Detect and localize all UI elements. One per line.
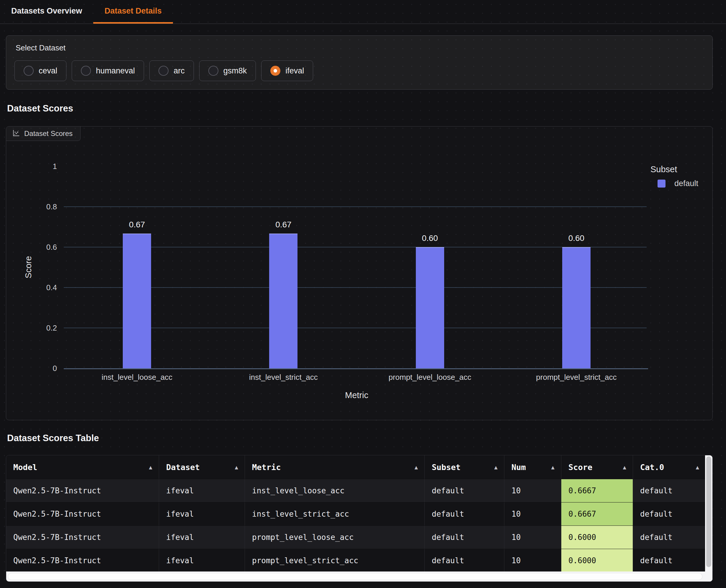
y-axis-tick-label: 0.4: [6, 283, 57, 292]
bar-chart: 00.20.40.60.810.67inst_level_loose_acc0.…: [6, 141, 712, 420]
dataset-scores-heading: Dataset Scores: [7, 103, 73, 114]
y-axis-tick-label: 1: [6, 162, 57, 171]
x-axis-title: Metric: [298, 391, 416, 400]
subset-cell: default: [425, 503, 504, 525]
y-gridline: [64, 328, 647, 328]
column-header-score[interactable]: Score▲: [561, 455, 633, 479]
model-cell: Qwen2.5-7B-Instruct: [6, 549, 159, 572]
sort-arrow-icon[interactable]: ▲: [235, 464, 238, 470]
dataset-option-humaneval[interactable]: humaneval: [72, 60, 144, 81]
dataset-option-label: ceval: [39, 66, 57, 76]
radio-icon[interactable]: [270, 66, 280, 76]
bar-value-label: 0.67: [260, 220, 307, 229]
column-header-dataset[interactable]: Dataset▲: [159, 455, 245, 479]
y-axis-title: Score: [24, 256, 33, 278]
column-header-metric[interactable]: Metric▲: [245, 455, 425, 479]
chart-bar: [123, 234, 151, 368]
column-header-num[interactable]: Num▲: [504, 455, 561, 479]
legend-entry-label: default: [674, 179, 698, 188]
legend-entry-default[interactable]: default: [658, 179, 698, 188]
horizontal-scrollbar[interactable]: [6, 571, 712, 582]
x-axis-line: [64, 368, 648, 369]
chart-bar: [269, 234, 298, 368]
bar-value-label: 0.60: [406, 234, 453, 243]
column-header-label: Model: [13, 463, 37, 472]
dataset-option-ifeval[interactable]: ifeval: [261, 60, 313, 81]
chart-bar: [416, 247, 444, 368]
top-tab-bar: Datasets Overview Dataset Details: [0, 0, 726, 24]
dataset-option-label: gsm8k: [223, 66, 247, 76]
num-cell: 10: [504, 526, 561, 549]
score-cell: 0.6000: [561, 526, 633, 549]
dataset-cell: ifeval: [159, 479, 245, 502]
score-cell: 0.6000: [561, 549, 633, 572]
radio-icon[interactable]: [208, 66, 218, 76]
y-axis-tick-label: 0: [6, 364, 57, 373]
dataset-radio-group: cevalhumanevalarcgsm8kifeval: [15, 60, 313, 81]
chart-panel-tab[interactable]: Dataset Scores: [6, 126, 81, 141]
subset-cell: default: [425, 526, 504, 549]
column-header-subset[interactable]: Subset▲: [425, 455, 504, 479]
column-header-label: Num: [511, 463, 526, 472]
vertical-scrollbar-thumb[interactable]: [706, 457, 711, 567]
model-cell: Qwen2.5-7B-Instruct: [6, 503, 159, 525]
cat0-cell: default: [633, 549, 706, 572]
dataset-cell: ifeval: [159, 503, 245, 525]
radio-icon[interactable]: [159, 66, 168, 76]
chart-panel-tab-label: Dataset Scores: [24, 129, 73, 138]
dataset-option-arc[interactable]: arc: [149, 60, 194, 81]
bar-value-label: 0.67: [113, 220, 161, 229]
sort-arrow-icon[interactable]: ▲: [623, 464, 626, 470]
tab-dataset-details[interactable]: Dataset Details: [93, 0, 173, 24]
column-header-label: Cat.0: [640, 463, 664, 472]
cat0-cell: default: [633, 479, 706, 502]
subset-cell: default: [425, 549, 504, 572]
metric-cell: inst_level_strict_acc: [245, 503, 425, 525]
cat0-cell: default: [633, 503, 706, 525]
table-body: Qwen2.5-7B-Instructifevalinst_level_loos…: [6, 479, 706, 572]
table-header-row: Model▲Dataset▲Metric▲Subset▲Num▲Score▲Ca…: [6, 455, 706, 479]
cat0-cell: default: [633, 526, 706, 549]
table-row[interactable]: Qwen2.5-7B-Instructifevalinst_level_loos…: [6, 479, 706, 502]
radio-icon[interactable]: [81, 66, 91, 76]
model-cell: Qwen2.5-7B-Instruct: [6, 526, 159, 549]
dataset-scores-table-heading: Dataset Scores Table: [7, 433, 99, 443]
sort-arrow-icon[interactable]: ▲: [551, 464, 554, 470]
metric-cell: prompt_level_strict_acc: [245, 549, 425, 572]
y-axis-tick-label: 0.8: [6, 202, 57, 211]
radio-icon[interactable]: [24, 66, 34, 76]
x-axis-tick-label: inst_level_strict_acc: [214, 373, 353, 382]
x-axis-tick-label: prompt_level_loose_acc: [361, 373, 499, 382]
num-cell: 10: [504, 503, 561, 525]
chart-bar: [562, 247, 590, 368]
score-cell: 0.6667: [561, 479, 633, 502]
sort-arrow-icon[interactable]: ▲: [494, 464, 498, 470]
select-dataset-panel: Select Dataset cevalhumanevalarcgsm8kife…: [6, 35, 713, 90]
dataset-option-ceval[interactable]: ceval: [15, 60, 66, 81]
sort-arrow-icon[interactable]: ▲: [696, 464, 699, 470]
column-header-label: Subset: [432, 463, 461, 472]
bar-value-label: 0.60: [553, 234, 600, 243]
model-cell: Qwen2.5-7B-Instruct: [6, 479, 159, 502]
sort-arrow-icon[interactable]: ▲: [149, 464, 152, 470]
chart-legend: Subsetdefault: [650, 165, 698, 188]
table-row[interactable]: Qwen2.5-7B-Instructifevalinst_level_stri…: [6, 502, 706, 525]
score-cell: 0.6667: [561, 503, 633, 525]
dataset-scores-table: Model▲Dataset▲Metric▲Subset▲Num▲Score▲Ca…: [6, 455, 713, 582]
dataset-option-label: humaneval: [96, 66, 135, 76]
table-row[interactable]: Qwen2.5-7B-Instructifevalprompt_level_lo…: [6, 525, 706, 549]
dataset-option-gsm8k[interactable]: gsm8k: [199, 60, 256, 81]
tab-datasets-overview[interactable]: Datasets Overview: [0, 0, 93, 24]
y-gridline: [64, 206, 647, 207]
column-header-cat-0[interactable]: Cat.0▲: [633, 455, 706, 479]
scatter-plot-icon: [12, 129, 20, 138]
metric-cell: prompt_level_loose_acc: [245, 526, 425, 549]
column-header-model[interactable]: Model▲: [6, 455, 159, 479]
table-row[interactable]: Qwen2.5-7B-Instructifevalprompt_level_st…: [6, 549, 706, 572]
horizontal-scrollbar-thumb[interactable]: [8, 573, 702, 580]
legend-swatch-icon: [658, 180, 666, 188]
sort-arrow-icon[interactable]: ▲: [415, 464, 418, 470]
x-axis-tick-label: inst_level_loose_acc: [67, 373, 206, 382]
legend-title: Subset: [650, 165, 698, 174]
vertical-scrollbar[interactable]: [705, 455, 712, 582]
